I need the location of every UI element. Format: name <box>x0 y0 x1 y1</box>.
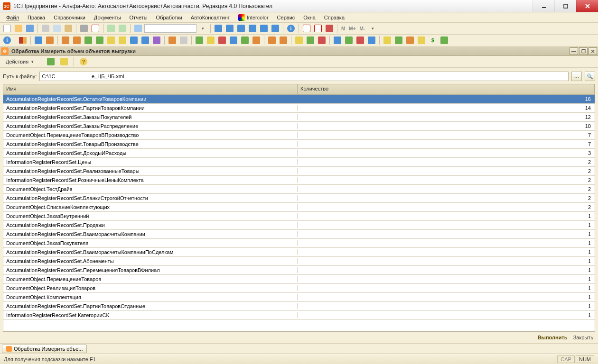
menu-service[interactable]: Сервис <box>273 13 299 22</box>
tb-print[interactable] <box>79 24 89 33</box>
table-row[interactable]: DocumentObject.ТестДрайв2 <box>3 185 595 194</box>
tb2-b5[interactable] <box>240 36 250 45</box>
tb-search-input[interactable] <box>144 24 196 33</box>
table-row[interactable]: DocumentObject.СписаниеКомплектующих2 <box>3 203 595 212</box>
act-b2[interactable] <box>59 57 69 66</box>
table-row[interactable]: AccumulationRegisterRecordSet.ПартииТова… <box>3 104 595 113</box>
tb2-e4[interactable] <box>366 36 377 45</box>
tb-dd1[interactable]: ▾ <box>197 24 208 33</box>
tb2-e1[interactable] <box>332 36 343 45</box>
path-input[interactable] <box>39 72 569 81</box>
tb2-info[interactable]: i <box>2 36 12 45</box>
tb-g1[interactable] <box>213 24 224 33</box>
tb-cal3[interactable] <box>324 24 335 33</box>
tb-open[interactable] <box>13 24 24 33</box>
tb2-a1[interactable] <box>60 36 71 45</box>
tb2-b2[interactable] <box>206 36 216 45</box>
tb2-u2[interactable] <box>45 36 55 45</box>
table-row[interactable]: AccumulationRegisterRecordSet.Взаиморасч… <box>3 248 595 257</box>
tb2-f3[interactable] <box>405 36 415 45</box>
tb-m[interactable]: M <box>340 26 346 31</box>
tb2-f6[interactable] <box>439 36 449 45</box>
tb2-f5[interactable]: $ <box>428 36 438 45</box>
maximize-button[interactable] <box>554 0 576 12</box>
minimize-button[interactable] <box>533 0 554 12</box>
table-row[interactable]: AccumulationRegisterRecordSet.Абонементы… <box>3 257 595 266</box>
run-button[interactable]: Выполнить <box>538 335 568 340</box>
table-row[interactable]: AccumulationRegisterRecordSet.Реализован… <box>3 167 595 176</box>
tb2-a5[interactable] <box>106 36 116 45</box>
tb2-d3[interactable] <box>317 36 327 45</box>
act-b1[interactable] <box>46 57 56 66</box>
tb-cut[interactable] <box>40 24 51 33</box>
tb2-b6[interactable] <box>251 36 262 45</box>
table-row[interactable]: DocumentObject.ПеремещениеТоваровВПроизв… <box>3 131 595 140</box>
table-row[interactable]: InformationRegisterRecordSet.РозничныеЦе… <box>3 176 595 185</box>
tb-g2[interactable] <box>224 24 235 33</box>
tb2-a9[interactable] <box>151 36 162 45</box>
tb2-f4[interactable] <box>416 36 427 45</box>
tb2-a4[interactable] <box>94 36 105 45</box>
col-qty[interactable]: Количество <box>298 84 595 94</box>
close-form-button[interactable]: Закрыть <box>573 335 593 340</box>
tb2-t1[interactable] <box>167 36 178 45</box>
tb2-d2[interactable] <box>305 36 316 45</box>
tb-g4[interactable] <box>247 24 258 33</box>
path-browse[interactable]: … <box>571 72 582 81</box>
menu-reports[interactable]: Отчеты <box>125 13 152 22</box>
menu-intercolor[interactable]: Intercolor <box>234 13 273 22</box>
tb-g5[interactable] <box>259 24 269 33</box>
grid-body[interactable]: AccumulationRegisterRecordSet.ОстаткиТов… <box>3 95 595 331</box>
table-row[interactable]: DocumentObject.РеализацияТоваров1 <box>3 284 595 293</box>
menu-help[interactable]: Справка <box>320 13 349 22</box>
table-row[interactable]: AccumulationRegisterRecordSet.ЗаказыПоку… <box>3 113 595 122</box>
tb2-b3[interactable] <box>217 36 227 45</box>
tb-info[interactable]: i <box>286 24 296 33</box>
menu-catalogs[interactable]: Справочники <box>49 13 90 22</box>
menu-windows[interactable]: Окна <box>299 13 320 22</box>
tb2-a6[interactable] <box>117 36 128 45</box>
menu-autoconsulting[interactable]: АвтоКонсалтинг <box>187 13 234 22</box>
tb2-book[interactable] <box>18 36 28 45</box>
tb2-b4[interactable] <box>228 36 239 45</box>
tb-undo[interactable] <box>106 24 116 33</box>
col-name[interactable]: Имя <box>3 84 298 94</box>
task-tab[interactable]: Обработка Измерить объе... <box>2 345 87 353</box>
sub-close[interactable]: ✕ <box>589 47 597 55</box>
tb2-a7[interactable] <box>129 36 139 45</box>
tb-copy[interactable] <box>52 24 62 33</box>
close-button[interactable] <box>576 0 598 12</box>
tb-mminus[interactable]: M- <box>358 26 367 31</box>
tb2-f1[interactable] <box>382 36 392 45</box>
actions-menu[interactable]: Действия <box>3 58 37 65</box>
table-row[interactable]: AccumulationRegisterRecordSet.Взаиморасч… <box>3 230 595 239</box>
tb-redo[interactable] <box>117 24 128 33</box>
tb-dd2[interactable]: ▾ <box>367 24 378 33</box>
tb2-e2[interactable] <box>344 36 354 45</box>
tb-paste[interactable] <box>63 24 74 33</box>
tb2-c2[interactable] <box>278 36 289 45</box>
table-row[interactable]: DocumentObject.Комплектация1 <box>3 293 595 302</box>
tb2-b1[interactable] <box>194 36 205 45</box>
tb-save[interactable] <box>25 24 35 33</box>
menu-processing[interactable]: Обработки <box>152 13 187 22</box>
table-row[interactable]: InformationRegisterRecordSet.Цены2 <box>3 158 595 167</box>
tb2-a3[interactable] <box>83 36 93 45</box>
table-row[interactable]: AccumulationRegisterRecordSet.ДоходыИРас… <box>3 149 595 158</box>
menu-documents[interactable]: Документы <box>90 13 125 22</box>
act-help[interactable]: ? <box>78 57 89 66</box>
tb2-c1[interactable] <box>267 36 277 45</box>
tb2-t2[interactable] <box>178 36 189 45</box>
tb-find[interactable] <box>133 24 143 33</box>
tb-calc[interactable] <box>90 24 101 33</box>
table-row[interactable]: DocumentObject.ЗаказПокупателя1 <box>3 239 595 248</box>
table-row[interactable]: AccumulationRegisterRecordSet.ОстаткиТов… <box>3 95 595 104</box>
sub-minimize[interactable]: — <box>570 47 578 55</box>
tb-cal1[interactable] <box>301 24 312 33</box>
tb-new[interactable] <box>2 24 12 33</box>
tb2-u1[interactable] <box>33 36 44 45</box>
table-row[interactable]: DocumentObject.ПеремещениеТоваров1 <box>3 275 595 284</box>
table-row[interactable]: AccumulationRegisterRecordSet.ЗаказыРасп… <box>3 122 595 131</box>
tb-g3[interactable] <box>236 24 246 33</box>
table-row[interactable]: AccumulationRegisterRecordSet.Перемещени… <box>3 266 595 275</box>
